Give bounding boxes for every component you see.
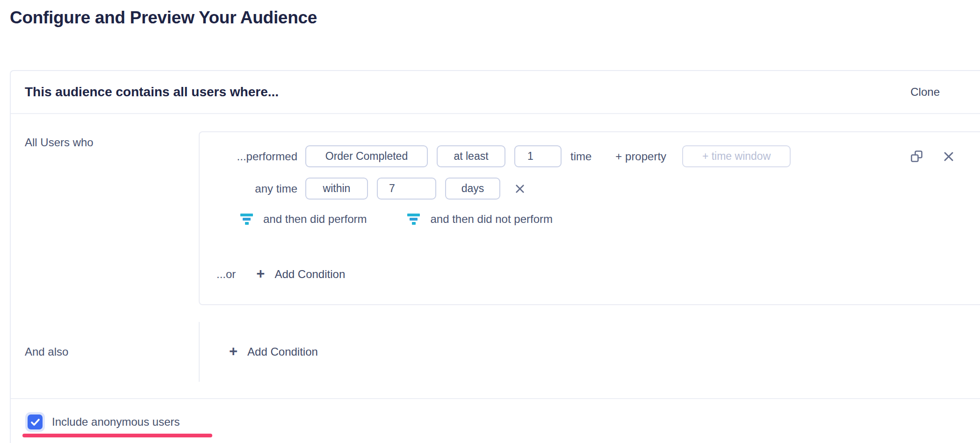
add-condition-button[interactable]: + Add Condition [256,268,345,281]
and-then-did-not-perform-button[interactable]: and then did not perform [407,213,553,226]
include-anonymous-checkbox[interactable] [28,414,43,429]
card-title: This audience contains all users where..… [25,85,279,100]
add-property-button[interactable]: + property [615,150,666,163]
remove-time-window-icon [515,184,525,193]
and-also-label: And also [11,322,199,382]
and-also-add-condition-label: Add Condition [247,345,318,358]
checkbox-focus-ring [25,412,45,432]
count-unit-label: time [570,150,591,163]
or-add-condition-row: ...or + Add Condition [216,268,954,281]
all-users-label: All Users who [11,131,199,149]
range-value-input[interactable] [377,178,436,200]
audience-card: This audience contains all users where..… [10,70,980,443]
and-then-did-perform-label: and then did perform [263,213,367,226]
condition-group: ...performed Order Completed at least ti… [199,131,980,305]
operator-select[interactable]: at least [437,145,505,167]
highlight-underline [22,434,212,437]
checkmark-icon [31,419,40,426]
event-select[interactable]: Order Completed [305,145,428,167]
time-window-condition-row: any time within days [200,178,954,200]
add-condition-label: Add Condition [274,268,345,281]
include-anonymous-row[interactable]: Include anonymous users [25,412,180,432]
page-title: Configure and Preview Your Audience [10,7,980,29]
remove-condition-icon [944,151,954,162]
duplicate-condition-button[interactable] [910,150,923,163]
plus-icon: + [229,344,238,358]
and-then-did-not-perform-label: and then did not perform [430,213,553,226]
and-also-section: And also + Add Condition [11,322,980,382]
include-anonymous-label: Include anonymous users [52,415,180,429]
remove-condition-button[interactable] [944,151,954,162]
and-also-content: + Add Condition [199,322,980,382]
time-window-input[interactable] [682,145,791,167]
card-header: This audience contains all users where..… [11,71,980,114]
sequence-funnel-icon [407,214,420,225]
range-unit-select[interactable]: days [445,178,500,200]
or-label: ...or [216,268,236,281]
remove-time-window-button[interactable] [515,184,525,193]
duplicate-condition-icon [910,150,923,163]
all-users-section: All Users who ...performed Order Complet… [11,114,980,305]
clone-button[interactable]: Clone [910,86,940,99]
range-operator-select[interactable]: within [305,178,368,200]
performed-label: ...performed [200,150,305,163]
sequence-actions-row: and then did perform and then did not pe… [240,213,954,226]
sequence-funnel-icon [240,214,253,225]
plus-icon: + [256,266,265,281]
count-input[interactable] [514,145,562,167]
performed-condition-row: ...performed Order Completed at least ti… [200,145,954,167]
and-then-did-perform-button[interactable]: and then did perform [240,213,367,226]
card-footer: Include anonymous users [11,398,980,443]
and-also-add-condition-button[interactable]: + Add Condition [229,345,318,358]
any-time-label: any time [200,182,305,195]
